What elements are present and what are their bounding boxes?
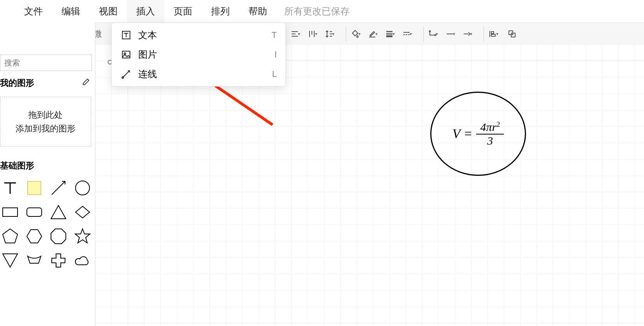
text-icon bbox=[120, 29, 132, 41]
my-shapes-title: 我的图形 bbox=[0, 77, 34, 89]
svg-rect-11 bbox=[122, 51, 130, 58]
toolbar: 微 ▾ ▾ ▾ ▾ ▾ ▾ ▾ ▾ ▾ ▾ ▾ bbox=[0, 23, 644, 45]
canvas[interactable]: V = 4πr2 3 bbox=[95, 44, 644, 326]
canvas-ellipse-shape[interactable]: V = 4πr2 3 bbox=[430, 92, 526, 176]
my-shapes-header: 我的图形 bbox=[0, 71, 95, 92]
shape-rect[interactable] bbox=[0, 202, 20, 222]
shape-triangle[interactable] bbox=[48, 202, 69, 222]
menu-insert[interactable]: 插入 bbox=[127, 0, 164, 23]
shape-note[interactable] bbox=[24, 178, 44, 198]
dropzone-line2: 添加到我的图形 bbox=[2, 122, 89, 135]
arrange-order-icon[interactable] bbox=[503, 26, 521, 42]
shape-text[interactable] bbox=[0, 178, 20, 198]
shape-octagon[interactable] bbox=[48, 226, 69, 246]
svg-point-13 bbox=[122, 77, 123, 78]
shape-diamond[interactable] bbox=[72, 202, 93, 222]
shape-round-rect[interactable] bbox=[24, 202, 44, 222]
menu-view[interactable]: 视图 bbox=[90, 0, 127, 23]
shape-hexagon[interactable] bbox=[24, 226, 44, 246]
save-status: 所有更改已保存 bbox=[284, 5, 350, 18]
line-icon bbox=[120, 68, 132, 80]
line-weight-icon[interactable]: ▾ bbox=[383, 26, 400, 42]
insert-image-label: 图片 bbox=[138, 48, 274, 61]
formula-lhs: V = bbox=[452, 126, 473, 141]
line-start-icon[interactable]: ▾ bbox=[443, 26, 460, 42]
svg-point-6 bbox=[76, 181, 90, 195]
shape-arrow-line[interactable] bbox=[48, 178, 69, 198]
insert-text-shortcut: T bbox=[272, 30, 277, 40]
edit-shapes-icon[interactable] bbox=[82, 78, 90, 89]
connector-type-icon[interactable]: ▾ bbox=[426, 26, 443, 42]
shape-circle[interactable] bbox=[72, 178, 93, 198]
fill-color-icon[interactable]: ▾ bbox=[348, 26, 366, 42]
basic-shapes-header: 基础图形 bbox=[0, 154, 95, 175]
insert-text[interactable]: 文本 T bbox=[112, 25, 285, 45]
shape-inv-triangle[interactable] bbox=[0, 250, 20, 271]
menu-help[interactable]: 帮助 bbox=[239, 0, 276, 23]
image-icon bbox=[120, 49, 132, 60]
shape-cloud[interactable] bbox=[72, 250, 93, 271]
shape-star[interactable] bbox=[72, 226, 93, 246]
basic-shapes-grid bbox=[0, 175, 95, 271]
insert-line[interactable]: 连线 L bbox=[112, 64, 285, 84]
canvas-page[interactable]: V = 4πr2 3 bbox=[128, 60, 644, 326]
search-text-field[interactable] bbox=[0, 58, 107, 67]
shape-pentagon[interactable] bbox=[0, 226, 20, 246]
insert-dropdown: 文本 T 图片 I 连线 L bbox=[111, 23, 286, 87]
insert-image[interactable]: 图片 I bbox=[112, 45, 285, 64]
menu-page[interactable]: 页面 bbox=[164, 0, 202, 23]
insert-line-shortcut: L bbox=[272, 69, 277, 79]
line-style-icon[interactable]: ▾ bbox=[400, 26, 417, 42]
line-spacing-icon[interactable]: ▾ bbox=[322, 26, 340, 42]
svg-rect-5 bbox=[28, 181, 41, 195]
search-input[interactable] bbox=[0, 55, 92, 71]
svg-rect-7 bbox=[3, 208, 18, 216]
basic-shapes-title: 基础图形 bbox=[0, 160, 34, 172]
menu-arrange[interactable]: 排列 bbox=[202, 0, 239, 23]
insert-text-label: 文本 bbox=[138, 29, 272, 41]
insert-image-shortcut: I bbox=[274, 50, 277, 60]
shape-plus[interactable] bbox=[48, 250, 69, 271]
my-shapes-dropzone[interactable]: 拖到此处 添加到我的图形 bbox=[0, 97, 91, 147]
formula-denominator: 3 bbox=[487, 135, 493, 147]
align-h-icon[interactable]: ▾ bbox=[288, 26, 305, 42]
arrange-align-icon[interactable]: ▾ bbox=[486, 26, 503, 42]
menu-edit[interactable]: 编辑 bbox=[52, 0, 90, 23]
align-v-icon[interactable]: ▾ bbox=[305, 26, 322, 42]
stroke-color-icon[interactable]: ▾ bbox=[366, 26, 383, 42]
menu-file[interactable]: 文件 bbox=[15, 0, 52, 23]
line-end-icon[interactable]: ▾ bbox=[460, 26, 477, 42]
sidebar: 我的图形 拖到此处 添加到我的图形 基础图形 bbox=[0, 23, 95, 326]
shape-arc[interactable] bbox=[24, 250, 44, 271]
formula-text: V = 4πr2 3 bbox=[452, 121, 504, 147]
menubar: 文件 编辑 视图 插入 页面 排列 帮助 所有更改已保存 bbox=[0, 0, 644, 23]
dropzone-line1: 拖到此处 bbox=[2, 108, 89, 122]
insert-line-label: 连线 bbox=[138, 68, 272, 80]
svg-rect-8 bbox=[27, 208, 42, 216]
formula-fraction: 4πr2 3 bbox=[476, 121, 504, 147]
